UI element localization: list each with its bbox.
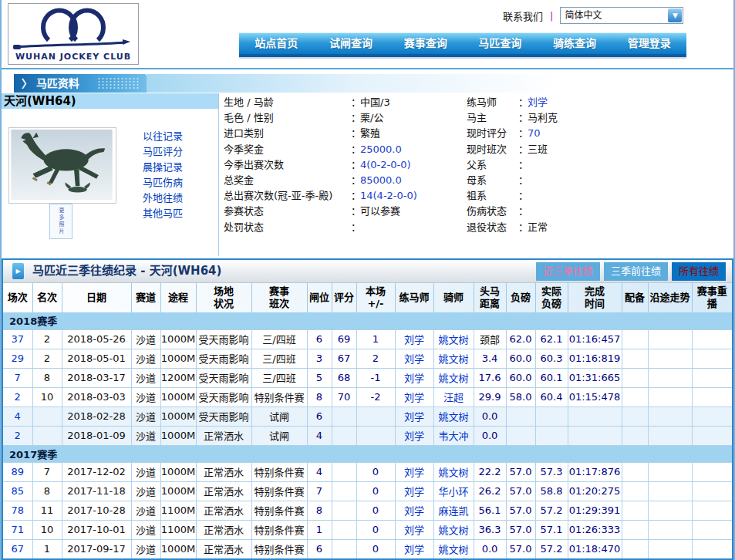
sidebar-link-3[interactable]: 马匹伤病 (143, 175, 212, 191)
colon: ： (518, 95, 528, 110)
detail-row-left-5: 总奖金：85000.0 (224, 173, 455, 188)
cell-1: 11 (32, 501, 62, 520)
detail-value[interactable]: 刘学 (528, 95, 548, 110)
results-button-0[interactable]: 近三季往绩 (536, 262, 600, 281)
detail-label: 毛色 / 性别 (224, 110, 351, 126)
cell-17 (648, 407, 692, 426)
cell-18 (692, 407, 732, 426)
horse-name: 天河(WH64) (2, 93, 218, 109)
cell-18 (692, 539, 732, 558)
detail-row-left-6: 总出赛次数(冠-亚-季-殿)：14(4-2-0-0) (224, 188, 455, 204)
results-button-1[interactable]: 三季前往绩 (604, 262, 668, 281)
detail-row-left-4: 今季出赛次数：4(0-2-0-0) (224, 157, 455, 173)
cell-11[interactable]: 韦大冲 (433, 426, 474, 445)
cell-18 (692, 426, 732, 445)
cell-10[interactable]: 刘学 (395, 387, 433, 407)
cell-8 (332, 501, 356, 520)
nav-item-5[interactable]: 管理登录 (612, 33, 686, 54)
cell-16 (622, 539, 648, 558)
cell-14: 60.3 (535, 349, 568, 368)
results-button-2[interactable]: 所有往绩 (672, 262, 726, 281)
cell-10[interactable]: 刘学 (395, 368, 433, 387)
nav-item-0[interactable]: 站点首页 (239, 33, 314, 54)
sidebar-link-2[interactable]: 晨操记录 (143, 160, 212, 175)
cell-18 (692, 387, 732, 407)
cell-0[interactable]: 37 (3, 329, 32, 349)
col-header-5: 场地 状况 (196, 283, 251, 312)
sidebar-link-1[interactable]: 马匹评分 (143, 144, 212, 160)
cell-10[interactable]: 刘学 (395, 349, 433, 368)
cell-0[interactable]: 4 (3, 407, 32, 426)
cell-11[interactable]: 姚文树 (433, 407, 474, 426)
cell-0[interactable]: 71 (3, 520, 32, 539)
cell-0[interactable]: 2 (3, 426, 32, 445)
cell-11[interactable]: 华小环 (433, 481, 474, 501)
detail-value: 栗/公 (360, 110, 383, 126)
cell-11[interactable]: 姚文树 (433, 329, 474, 349)
arrow-right-icon[interactable]: ▶ (12, 263, 24, 279)
sidebar-link-5[interactable]: 其他马匹 (143, 206, 212, 221)
cell-10[interactable]: 刘学 (395, 501, 433, 520)
cell-0[interactable]: 78 (3, 501, 32, 520)
cell-0[interactable]: 89 (3, 462, 32, 481)
cell-10[interactable]: 刘学 (395, 329, 433, 349)
cell-15: 01:15:478 (568, 387, 622, 407)
cell-11[interactable]: 姚文树 (433, 520, 474, 539)
col-header-3: 赛道 (131, 283, 160, 312)
cell-16 (622, 462, 648, 481)
chevron-down-icon[interactable]: ▼ (668, 8, 682, 22)
detail-label: 今季奖金 (224, 142, 351, 157)
detail-label: 现时评分 (467, 126, 518, 141)
cell-5: 正常洒水 (196, 501, 251, 520)
nav-item-1[interactable]: 试闸查询 (314, 33, 389, 54)
cell-0[interactable]: 85 (3, 481, 32, 501)
cell-11[interactable]: 姚文树 (433, 368, 474, 387)
cell-10[interactable]: 刘学 (395, 520, 433, 539)
table-row: 71102017-10-01沙道1100M正常洒水特别条件赛10刘学姚文树36.… (3, 520, 732, 539)
cell-12: 22.2 (474, 462, 506, 481)
cell-2: 2018-05-26 (62, 329, 131, 349)
nav-item-3[interactable]: 马匹查询 (463, 33, 538, 54)
cell-16 (622, 387, 648, 407)
language-select[interactable]: 简体中文 ▼ (560, 7, 683, 24)
cell-0[interactable]: 2 (3, 387, 32, 407)
detail-label: 今季出赛次数 (224, 157, 351, 173)
cell-0[interactable]: 29 (3, 349, 32, 368)
cell-10[interactable]: 刘学 (395, 426, 433, 445)
detail-value: 85000.0 (360, 173, 402, 188)
horse-details-right: 练马师：刘学马主：马利克现时评分：70现时班次：三班父系：母系：祖系：伤病状态：… (467, 95, 721, 235)
cell-11[interactable]: 汪超 (433, 387, 474, 407)
col-header-8: 评分 (332, 283, 356, 312)
cell-13: 60.0 (506, 349, 535, 368)
cell-18 (692, 349, 732, 368)
more-photos-link[interactable]: 更多照片 (49, 204, 72, 239)
colon: ： (518, 142, 528, 157)
contact-us-link[interactable]: 联系我们 (503, 8, 543, 23)
cell-0[interactable]: 7 (3, 368, 32, 387)
cell-10[interactable]: 刘学 (395, 462, 433, 481)
sidebar-link-4[interactable]: 外地往绩 (143, 191, 212, 206)
cell-10[interactable]: 刘学 (395, 481, 433, 501)
col-header-6: 赛事 班次 (251, 283, 307, 312)
cell-10[interactable]: 刘学 (395, 407, 433, 426)
cell-10[interactable]: 刘学 (395, 539, 433, 558)
nav-item-2[interactable]: 赛事查询 (388, 33, 463, 54)
cell-17 (648, 368, 692, 387)
cell-11[interactable]: 姚文树 (433, 349, 474, 368)
nav-item-4[interactable]: 骑练查询 (538, 33, 612, 54)
banner-strip (147, 74, 735, 93)
cell-1: 2 (32, 329, 62, 349)
cell-16 (622, 520, 648, 539)
cell-11[interactable]: 姚文树 (433, 539, 474, 558)
sidebar-link-0[interactable]: 以往记录 (143, 129, 212, 144)
cell-5: 正常洒水 (196, 520, 251, 539)
cell-15 (568, 426, 622, 445)
cell-14: 57.1 (535, 520, 568, 539)
topbar: 联系我们 | 简体中文 ▼ (503, 6, 683, 25)
banner-dot-pattern (97, 77, 140, 89)
cell-11[interactable]: 麻连凯 (433, 501, 474, 520)
detail-value: 14(4-2-0-0) (360, 188, 417, 204)
cell-11[interactable]: 姚文树 (433, 462, 474, 481)
table-row: 2102018-03-03沙道1000M受天雨影响特别条件赛870-2刘学汪超2… (3, 387, 732, 407)
cell-0[interactable]: 67 (3, 539, 32, 558)
